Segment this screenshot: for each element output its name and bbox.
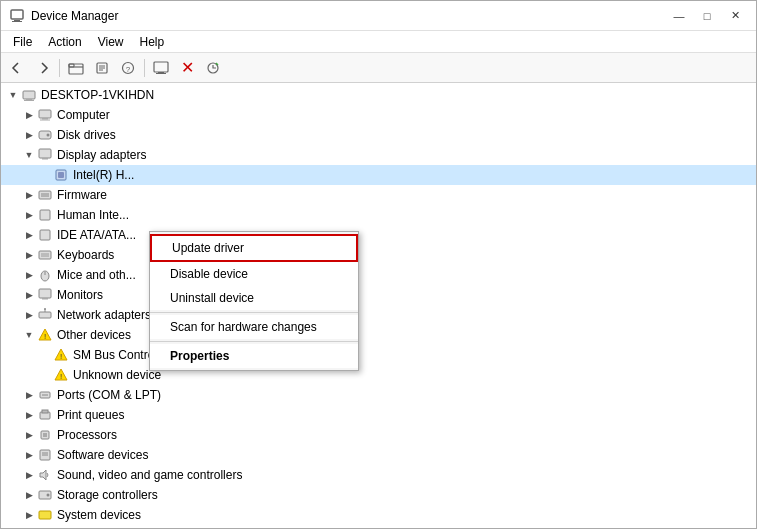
expand-icon[interactable]: ▶ [21, 487, 37, 503]
item-icon [37, 447, 53, 463]
toolbar-separator-2 [144, 59, 145, 77]
context-menu-uninstall-device[interactable]: Uninstall device [150, 286, 358, 310]
menu-file[interactable]: File [5, 33, 40, 51]
menu-help[interactable]: Help [132, 33, 173, 51]
expand-icon[interactable]: ▶ [21, 207, 37, 223]
context-menu-separator-1 [150, 312, 358, 313]
tree-item[interactable]: ▶ Human Inte... [1, 205, 756, 225]
expand-icon[interactable]: ▶ [21, 507, 37, 523]
tree-item-unknown[interactable]: ! Unknown device [1, 365, 756, 385]
svg-rect-19 [42, 118, 48, 120]
tree-item-intel[interactable]: Intel(R) H... [1, 165, 756, 185]
device-tree[interactable]: ▼ DESKTOP-1VKIHDN ▶ Computer [1, 83, 756, 528]
tree-item[interactable]: ▼ Display adapters [1, 145, 756, 165]
toolbar-open[interactable] [64, 56, 88, 80]
warn-icon: ! [37, 327, 53, 343]
device-manager-window: Device Manager — □ ✕ File Action View He… [0, 0, 757, 529]
tree-item[interactable]: ▶ Mice and oth... [1, 265, 756, 285]
expand-icon[interactable]: ▶ [21, 247, 37, 263]
expand-root[interactable]: ▼ [5, 87, 21, 103]
svg-rect-38 [42, 298, 48, 300]
svg-rect-26 [58, 172, 64, 178]
expand-icon [37, 347, 53, 363]
minimize-button[interactable]: — [666, 6, 692, 26]
tree-root[interactable]: ▼ DESKTOP-1VKIHDN [1, 85, 756, 105]
tree-item[interactable]: ▶ Sound, video and game controllers [1, 465, 756, 485]
expand-icon[interactable]: ▶ [21, 307, 37, 323]
svg-point-22 [47, 134, 50, 137]
tree-item[interactable]: ▶ Print queues [1, 405, 756, 425]
context-menu-separator-2 [150, 341, 358, 342]
svg-rect-0 [11, 10, 23, 19]
toolbar-properties[interactable] [90, 56, 114, 80]
expand-icon[interactable]: ▶ [21, 267, 37, 283]
warn-icon: ! [53, 367, 69, 383]
svg-rect-2 [12, 21, 22, 22]
context-menu: Update driver Disable device Uninstall d… [149, 231, 359, 371]
item-icon [37, 387, 53, 403]
expand-icon[interactable]: ▶ [21, 107, 37, 123]
tree-item[interactable]: ▶ Ports (COM & LPT) [1, 385, 756, 405]
expand-icon[interactable]: ▼ [21, 147, 37, 163]
tree-item[interactable]: ▶ System devices [1, 505, 756, 525]
tree-item-other[interactable]: ▼ ! Other devices [1, 325, 756, 345]
tree-item[interactable]: ▶ Processors [1, 425, 756, 445]
tree-item[interactable]: ▶ Computer [1, 105, 756, 125]
expand-icon[interactable]: ▶ [21, 227, 37, 243]
item-icon [37, 207, 53, 223]
item-icon [37, 527, 53, 528]
item-icon [37, 187, 53, 203]
tree-item-sm-bus[interactable]: ! SM Bus Controller [1, 345, 756, 365]
expand-icon [37, 167, 53, 183]
item-label: Keyboards [57, 248, 114, 262]
expand-icon[interactable]: ▶ [21, 187, 37, 203]
item-label: Intel(R) H... [73, 168, 134, 182]
expand-icon[interactable]: ▶ [21, 387, 37, 403]
svg-rect-37 [39, 289, 51, 298]
svg-rect-39 [39, 312, 51, 318]
item-label: IDE ATA/ATA... [57, 228, 136, 242]
toolbar-computer[interactable] [149, 56, 173, 80]
expand-icon[interactable]: ▶ [21, 527, 37, 528]
context-menu-scan[interactable]: Scan for hardware changes [150, 315, 358, 339]
menu-action[interactable]: Action [40, 33, 89, 51]
menu-view[interactable]: View [90, 33, 132, 51]
tree-item-software[interactable]: ▶ Software devices [1, 445, 756, 465]
expand-icon[interactable]: ▶ [21, 447, 37, 463]
toolbar-scan[interactable] [201, 56, 225, 80]
item-label: Processors [57, 428, 117, 442]
context-menu-update-driver[interactable]: Update driver [150, 234, 358, 262]
svg-text:!: ! [60, 372, 62, 381]
tree-item-network[interactable]: ▶ Network adapters [1, 305, 756, 325]
tree-item[interactable]: ▶ Universal Serial Bus controllers [1, 525, 756, 528]
tree-item[interactable]: ▶ Storage controllers [1, 485, 756, 505]
window-controls: — □ ✕ [666, 6, 748, 26]
expand-icon[interactable]: ▼ [21, 327, 37, 343]
item-icon [37, 487, 53, 503]
expand-icon[interactable]: ▶ [21, 127, 37, 143]
expand-icon[interactable]: ▶ [21, 407, 37, 423]
maximize-button[interactable]: □ [694, 6, 720, 26]
svg-rect-32 [39, 251, 51, 259]
item-icon [37, 407, 53, 423]
svg-point-41 [44, 308, 46, 310]
item-icon [37, 287, 53, 303]
context-menu-properties[interactable]: Properties [150, 344, 358, 368]
expand-icon[interactable]: ▶ [21, 427, 37, 443]
tree-item[interactable]: ▶ IDE ATA/ATA... [1, 225, 756, 245]
tree-item[interactable]: ▶ Disk drives [1, 125, 756, 145]
tree-item[interactable]: ▶ Monitors [1, 285, 756, 305]
close-button[interactable]: ✕ [722, 6, 748, 26]
expand-icon[interactable]: ▶ [21, 287, 37, 303]
expand-icon[interactable]: ▶ [21, 467, 37, 483]
tree-item[interactable]: ▶ Firmware [1, 185, 756, 205]
item-icon [37, 107, 53, 123]
toolbar-back[interactable] [5, 56, 29, 80]
tree-item[interactable]: ▶ Keyboards [1, 245, 756, 265]
item-icon [53, 167, 69, 183]
toolbar-forward[interactable] [31, 56, 55, 80]
toolbar-help[interactable]: ? [116, 56, 140, 80]
context-menu-disable-device[interactable]: Disable device [150, 262, 358, 286]
item-label: Computer [57, 108, 110, 122]
toolbar-uninstall[interactable]: ✕ [175, 56, 199, 80]
